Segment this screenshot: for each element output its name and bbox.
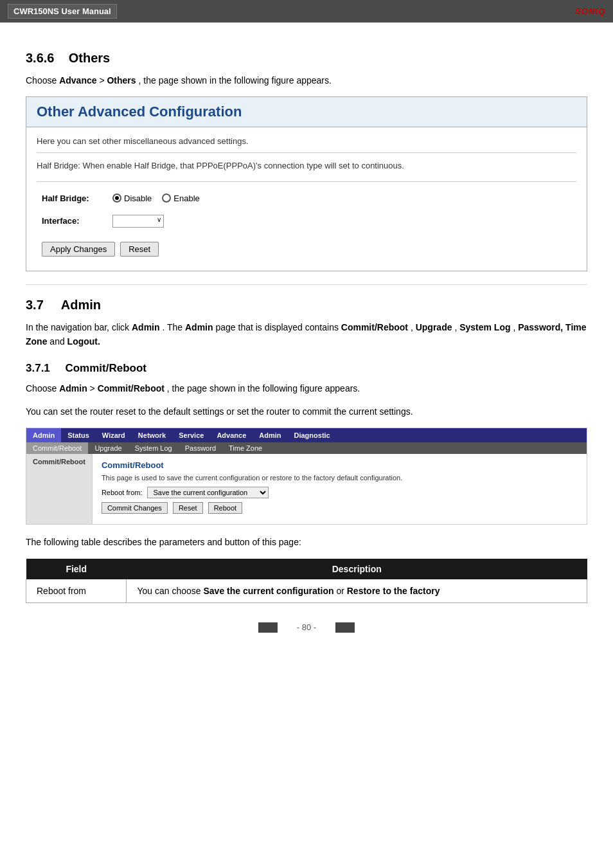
table-intro: The following table describes the parame…: [26, 535, 587, 549]
admin-reboot-btn[interactable]: Reboot: [208, 502, 242, 514]
sub-nav-password[interactable]: Password: [179, 442, 222, 454]
admin-commit-changes-btn[interactable]: Commit Changes: [102, 502, 168, 514]
disable-radio-option[interactable]: Disable: [112, 194, 152, 203]
param-table: Field Description Reboot from You can ch…: [26, 559, 587, 603]
section-37-heading: 3.7 Admin: [26, 298, 587, 312]
main-content: 3.6.6 Others Choose Advance > Others , t…: [0, 23, 613, 658]
sub-nav-timezone[interactable]: Time Zone: [222, 442, 269, 454]
sub-nav-upgrade[interactable]: Upgrade: [88, 442, 128, 454]
section-37-title: Admin: [61, 298, 101, 312]
section-37-intro: In the navigation bar, click Admin . The…: [26, 320, 587, 349]
commit-reboot-nav-bold: Commit/Reboot: [98, 383, 164, 393]
section-371-line2: You can set the router reset to the defa…: [26, 404, 587, 419]
section-366-intro: Choose Advance > Others , the page shown…: [26, 73, 587, 87]
interface-select-wrapper: [112, 215, 164, 228]
nav-item-admin[interactable]: Admin: [26, 428, 61, 442]
admin-body: Commit/Reboot Commit/Reboot This page is…: [26, 454, 587, 524]
table-cell-desc: You can choose Save the current configur…: [127, 579, 587, 603]
intro-advance: Advance: [59, 75, 96, 86]
admin-main-panel: Commit/Reboot This page is used to save …: [93, 454, 587, 524]
interface-label: Interface:: [42, 216, 112, 226]
page-block-left: [258, 622, 278, 633]
apply-changes-button[interactable]: Apply Changes: [42, 242, 115, 257]
admin-main-desc: This page is used to save the current co…: [102, 474, 578, 482]
config-box-title: Other Advanced Configuration: [26, 97, 587, 127]
restore-factory-bold: Restore to the factory: [347, 586, 440, 596]
enable-label: Enable: [173, 194, 199, 203]
page-block-right: [335, 622, 355, 633]
nav-item-diagnostic[interactable]: Diagnostic: [287, 428, 336, 442]
nav-item-advance[interactable]: Advance: [210, 428, 253, 442]
top-header: CWR150NS User Manual SONIQ: [0, 0, 613, 23]
enable-radio-dot[interactable]: [162, 194, 171, 203]
reset-button[interactable]: Reset: [120, 242, 159, 257]
nav-item-service[interactable]: Service: [172, 428, 210, 442]
admin-bold-2: Admin: [185, 322, 213, 332]
nav-item-network[interactable]: Network: [132, 428, 172, 442]
manual-title: CWR150NS User Manual: [8, 4, 117, 19]
admin-btn-row: Commit Changes Reset Reboot: [102, 502, 578, 514]
table-header-description: Description: [127, 559, 587, 579]
half-bridge-label: Half Bridge:: [42, 194, 112, 203]
enable-radio-option[interactable]: Enable: [162, 194, 199, 203]
admin-screenshot: Admin Status Wizard Network Service Adva…: [26, 428, 587, 525]
admin-nav-bar: Admin Status Wizard Network Service Adva…: [26, 428, 587, 442]
upgrade-bold: Upgrade: [416, 322, 452, 332]
section-366-title: Others: [69, 51, 110, 65]
admin-reset-btn[interactable]: Reset: [173, 502, 203, 514]
config-note: Half Bridge: When enable Half Bridge, th…: [37, 152, 576, 172]
admin-main-title: Commit/Reboot: [102, 460, 578, 470]
syslog-bold: System Log: [459, 322, 510, 332]
divider-1: [26, 284, 587, 285]
admin-reboot-from-row: Reboot from: Save the current configurat…: [102, 487, 578, 498]
section-371-heading: 3.7.1 Commit/Reboot: [26, 362, 587, 375]
logout-bold: Logout.: [67, 336, 100, 347]
reboot-from-select[interactable]: Save the current configuration: [147, 487, 269, 498]
other-advanced-config-box: Other Advanced Configuration Here you ca…: [26, 96, 587, 271]
nav-item-status[interactable]: Status: [61, 428, 96, 442]
config-box-body: Here you can set other miscellaneous adv…: [26, 127, 587, 271]
admin-sub-nav-bar: Commit/Reboot Upgrade System Log Passwor…: [26, 442, 587, 454]
intro-others: Others: [107, 75, 136, 86]
table-cell-field: Reboot from: [26, 579, 127, 603]
admin-nav-bold: Admin: [59, 383, 87, 393]
section-371-intro: Choose Admin > Commit/Reboot , the page …: [26, 381, 587, 395]
nav-item-admin2[interactable]: Admin: [253, 428, 287, 442]
disable-label: Disable: [124, 194, 152, 203]
page-number: - 80 -: [297, 622, 316, 632]
half-bridge-radio-group: Disable Enable: [112, 194, 200, 203]
interface-row: Interface:: [37, 212, 576, 230]
section-366-number: 3.6.6: [26, 51, 54, 65]
section-366-heading: 3.6.6 Others: [26, 51, 587, 66]
sub-nav-syslog[interactable]: System Log: [129, 442, 179, 454]
nav-item-wizard[interactable]: Wizard: [96, 428, 132, 442]
save-current-config-bold: Save the current configuration: [203, 586, 333, 596]
intro-text-plain: Choose: [26, 75, 59, 86]
section-371-title: Commit/Reboot: [65, 362, 147, 374]
brand-logo: SONIQ: [575, 6, 605, 16]
config-desc: Here you can set other miscellaneous adv…: [37, 136, 576, 146]
disable-radio-dot[interactable]: [112, 194, 121, 203]
admin-sidebar-commit-reboot: Commit/Reboot: [26, 454, 93, 524]
page-footer: - 80 -: [26, 622, 587, 633]
table-row: Reboot from You can choose Save the curr…: [26, 579, 587, 603]
section-371-number: 3.7.1: [26, 362, 50, 374]
interface-select[interactable]: [112, 215, 164, 228]
form-section: Half Bridge: Disable Enable In: [37, 181, 576, 262]
config-btn-row: Apply Changes Reset: [37, 237, 576, 262]
table-header-field: Field: [26, 559, 127, 579]
admin-bold-1: Admin: [132, 322, 160, 332]
section-37-number: 3.7: [26, 298, 44, 312]
sub-nav-commit-reboot[interactable]: Commit/Reboot: [26, 442, 88, 454]
half-bridge-row: Half Bridge: Disable Enable: [37, 191, 576, 206]
reboot-from-label: Reboot from:: [102, 489, 143, 496]
commit-reboot-bold: Commit/Reboot: [341, 322, 408, 332]
